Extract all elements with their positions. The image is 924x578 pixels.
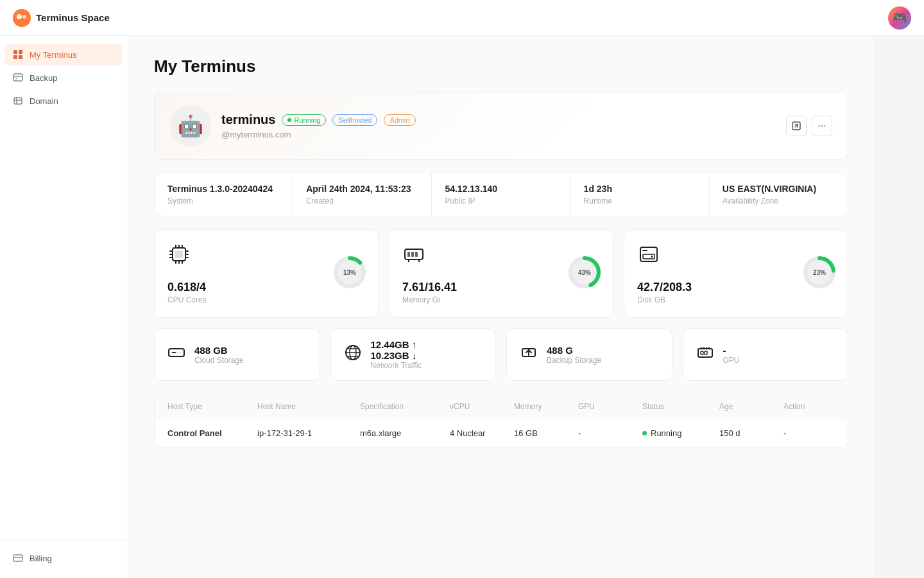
info-row: Terminus 1.3.0-20240424 System April 24t… — [154, 173, 848, 216]
backup-storage-icon — [520, 344, 538, 365]
sidebar-item-domain[interactable]: Domain — [5, 90, 123, 112]
disk-gauge: 23% — [801, 254, 837, 293]
cell-host-name: ip-172-31-29-1 — [257, 428, 360, 438]
more-button[interactable]: ··· — [812, 116, 832, 136]
layout: My Terminus Backup — [0, 0, 874, 578]
cell-host-type: Control Panel — [167, 428, 257, 438]
sidebar-bottom: Billing — [0, 539, 128, 578]
sidebar-item-label-my-terminus: My Terminus — [30, 50, 76, 60]
grid-icon — [13, 49, 23, 60]
admin-badge: Admin — [384, 114, 415, 126]
ip-label: Public IP — [445, 197, 557, 206]
sidebar-item-my-terminus[interactable]: My Terminus — [5, 44, 123, 66]
sidebar-item-label-domain: Domain — [30, 96, 58, 106]
terminus-name-row: terminus Running Selfhosted Admin — [221, 112, 776, 127]
cloud-storage-icon — [167, 344, 185, 365]
az-value: US EAST(N.VIRGINIA) — [723, 184, 835, 194]
cpu-gauge: 13% — [332, 254, 368, 293]
gpu-info: - GPU — [723, 345, 740, 365]
svg-text:23%: 23% — [813, 269, 826, 276]
terminus-avatar: 🤖 — [170, 105, 211, 146]
cpu-label: CPU Cores — [167, 295, 365, 304]
svg-point-47 — [651, 256, 653, 258]
info-availability-zone: US EAST(N.VIRGINIA) Availability Zone — [710, 173, 848, 216]
metrics-grid: 0.618/4 CPU Cores 13% — [154, 229, 848, 318]
cell-memory: 16 GB — [514, 428, 578, 438]
info-system: Terminus 1.3.0-20240424 System — [155, 173, 293, 216]
cloud-storage-info: 488 GB Cloud Storage — [194, 345, 244, 365]
sidebar-item-billing[interactable]: Billing — [5, 547, 123, 569]
status-running-indicator: Running — [642, 428, 719, 438]
svg-rect-7 — [13, 74, 22, 81]
network-traffic-card: 12.44GB ↑ 10.23GB ↓ Network Traffic — [330, 328, 497, 381]
col-memory: Memory — [514, 402, 578, 411]
svg-rect-4 — [19, 50, 22, 54]
ellipsis-icon: ··· — [817, 120, 826, 132]
topbar-title: Terminus Space — [36, 12, 110, 23]
status-text: Running — [651, 428, 681, 438]
terminus-name: terminus — [221, 112, 275, 127]
col-status: Status — [642, 402, 719, 411]
col-specification: Specification — [360, 402, 450, 411]
svg-rect-13 — [13, 555, 22, 561]
gpu-label: GPU — [723, 356, 740, 365]
gpu-value: - — [723, 345, 740, 356]
topbar-left: Terminus Space — [13, 9, 110, 27]
sidebar-item-label-billing: Billing — [30, 554, 52, 563]
cloud-storage-card: 488 GB Cloud Storage — [154, 328, 320, 381]
svg-point-1 — [17, 14, 22, 19]
system-label: System — [167, 197, 280, 206]
sidebar-item-backup[interactable]: Backup — [5, 67, 123, 89]
network-upload: 12.44GB ↑ — [371, 339, 422, 350]
cell-status: Running — [642, 428, 719, 438]
terminus-card: 🤖 terminus Running Selfhosted Admin — [154, 92, 848, 160]
terminus-actions: ··· — [786, 116, 832, 136]
running-badge: Running — [282, 114, 326, 126]
system-value: Terminus 1.3.0-20240424 — [167, 184, 280, 194]
gpu-card: - GPU — [683, 328, 849, 381]
svg-rect-10 — [14, 98, 22, 104]
cell-age: 150 d — [719, 428, 783, 438]
page-title: My Terminus — [154, 57, 848, 76]
memory-gauge: 43% — [567, 254, 603, 293]
runtime-value: 1d 23h — [584, 184, 696, 194]
sidebar-nav: My Terminus Backup — [0, 36, 128, 539]
cell-gpu: - — [578, 428, 642, 438]
runtime-label: Runtime — [584, 197, 696, 206]
network-icon — [344, 344, 362, 365]
col-age: Age — [719, 402, 783, 411]
gpu-icon — [696, 344, 714, 365]
memory-metric-card: 7.61/16.41 Memory Gi 43% — [389, 229, 613, 318]
col-gpu: GPU — [578, 402, 642, 411]
table-row: Control Panel ip-172-31-29-1 m6a.xlarge … — [155, 419, 848, 448]
ip-value: 54.12.13.140 — [445, 184, 557, 194]
table-header: Host Type Host Name Specification vCPU M… — [155, 394, 848, 419]
disk-label: Disk GB — [637, 295, 835, 304]
info-runtime: 1d 23h Runtime — [571, 173, 710, 216]
cpu-metric-card: 0.618/4 CPU Cores 13% — [154, 229, 379, 318]
launch-button[interactable] — [786, 116, 807, 136]
cloud-storage-value: 488 GB — [194, 345, 244, 356]
svg-rect-64 — [701, 351, 703, 355]
backup-storage-info: 488 G Backup Storage — [547, 345, 601, 365]
svg-rect-36 — [407, 252, 410, 257]
cell-vcpu: 4 Nuclear — [450, 428, 514, 438]
status-green-dot — [642, 431, 647, 435]
created-label: Created — [306, 197, 418, 206]
host-table: Host Type Host Name Specification vCPU M… — [154, 394, 848, 448]
terminus-domain: @myterminus.com — [221, 130, 776, 139]
col-host-name: Host Name — [257, 402, 360, 411]
billing-icon — [13, 553, 23, 563]
svg-rect-38 — [415, 252, 418, 257]
domain-icon — [13, 96, 23, 106]
topbar: Terminus Space 🎮 — [0, 0, 924, 36]
svg-point-2 — [22, 15, 26, 19]
svg-rect-18 — [175, 250, 183, 258]
svg-rect-6 — [19, 55, 22, 59]
backup-storage-value: 488 G — [547, 345, 601, 356]
user-avatar[interactable]: 🎮 — [888, 6, 911, 30]
info-public-ip: 54.12.13.140 Public IP — [432, 173, 570, 216]
running-dot — [287, 118, 291, 122]
col-host-type: Host Type — [167, 402, 257, 411]
backup-storage-card: 488 G Backup Storage — [506, 328, 672, 381]
